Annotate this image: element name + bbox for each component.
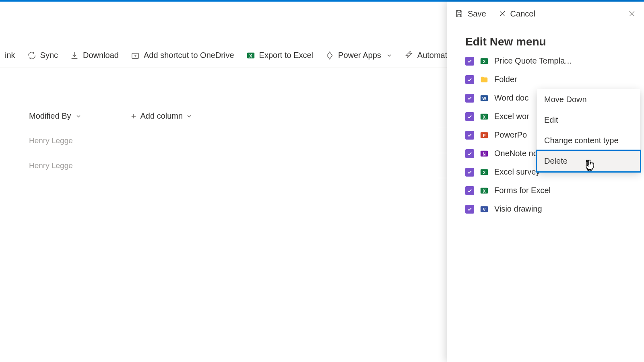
list-item[interactable]: X Price Quote Templa... bbox=[465, 56, 636, 66]
checkbox-checked[interactable] bbox=[465, 94, 474, 103]
save-button[interactable]: Save bbox=[455, 9, 486, 19]
chevron-down-icon bbox=[186, 113, 192, 119]
svg-text:X: X bbox=[483, 59, 486, 64]
add-column-button[interactable]: Add column bbox=[130, 111, 193, 121]
modified-by-label: Modified By bbox=[29, 111, 71, 121]
save-icon bbox=[455, 9, 464, 18]
svg-text:X: X bbox=[483, 115, 486, 119]
edit-new-menu-panel: Save Cancel Edit New menu X Price Quote … bbox=[447, 2, 644, 362]
modified-by-value: Henry Legge bbox=[29, 161, 73, 170]
checkbox-checked[interactable] bbox=[465, 149, 474, 158]
excel-icon: X bbox=[480, 168, 489, 177]
list-item[interactable]: V Visio drawing bbox=[465, 204, 636, 214]
download-icon bbox=[70, 51, 79, 60]
powerpoint-icon: P bbox=[480, 131, 489, 140]
download-button[interactable]: Download bbox=[70, 51, 119, 60]
modified-by-column[interactable]: Modified By bbox=[29, 111, 82, 121]
close-icon bbox=[498, 10, 506, 18]
add-shortcut-button[interactable]: Add shortcut to OneDrive bbox=[131, 51, 234, 60]
svg-text:W: W bbox=[482, 96, 486, 101]
power-apps-button[interactable]: Power Apps bbox=[325, 51, 392, 60]
checkbox-checked[interactable] bbox=[465, 57, 474, 66]
svg-text:X: X bbox=[249, 53, 252, 58]
item-label: Folder bbox=[494, 75, 517, 84]
item-label: Excel wor bbox=[494, 112, 529, 121]
chevron-down-icon bbox=[75, 113, 82, 119]
excel-icon: X bbox=[480, 112, 489, 121]
item-label: Word doc bbox=[494, 93, 528, 103]
checkbox-checked[interactable] bbox=[465, 186, 474, 195]
modified-by-value: Henry Legge bbox=[29, 136, 73, 145]
power-apps-icon bbox=[325, 51, 334, 60]
item-label: Visio drawing bbox=[494, 204, 542, 214]
list-item[interactable]: Folder bbox=[465, 75, 636, 84]
svg-text:N: N bbox=[483, 152, 485, 156]
add-shortcut-label: Add shortcut to OneDrive bbox=[144, 51, 234, 60]
sync-icon bbox=[27, 51, 36, 60]
download-label: Download bbox=[83, 51, 119, 60]
sync-label: Sync bbox=[40, 51, 58, 60]
svg-text:X: X bbox=[483, 189, 486, 193]
export-excel-button[interactable]: X Export to Excel bbox=[246, 51, 314, 60]
svg-text:P: P bbox=[483, 133, 486, 138]
chevron-down-icon bbox=[386, 52, 392, 59]
checkbox-checked[interactable] bbox=[465, 205, 474, 214]
panel-header: Save Cancel bbox=[447, 2, 644, 26]
svg-text:X: X bbox=[483, 170, 486, 175]
link-label: ink bbox=[5, 51, 15, 60]
plus-icon bbox=[130, 113, 137, 120]
item-label: Price Quote Templa... bbox=[494, 56, 572, 66]
onenote-icon: N bbox=[480, 149, 489, 158]
cancel-button[interactable]: Cancel bbox=[498, 9, 535, 19]
add-column-label: Add column bbox=[140, 111, 183, 121]
word-icon: W bbox=[480, 94, 489, 103]
excel-icon: X bbox=[480, 57, 489, 66]
checkbox-checked[interactable] bbox=[465, 131, 474, 140]
context-edit[interactable]: Edit bbox=[537, 110, 640, 130]
item-label: Forms for Excel bbox=[494, 186, 551, 195]
link-button[interactable]: ink bbox=[5, 51, 15, 60]
item-label: PowerPo bbox=[494, 130, 527, 140]
panel-title: Edit New menu bbox=[447, 26, 644, 56]
folder-icon bbox=[480, 75, 489, 84]
checkbox-checked[interactable] bbox=[465, 112, 474, 121]
panel-close-button[interactable] bbox=[628, 10, 636, 18]
context-delete[interactable]: Delete bbox=[537, 151, 640, 171]
context-move-down[interactable]: Move Down bbox=[537, 89, 640, 110]
excel-icon: X bbox=[480, 186, 489, 195]
list-item[interactable]: X Forms for Excel bbox=[465, 186, 636, 195]
context-menu: Move Down Edit Change content type Delet… bbox=[537, 89, 640, 171]
checkbox-checked[interactable] bbox=[465, 75, 474, 84]
export-label: Export to Excel bbox=[259, 51, 314, 60]
automate-icon bbox=[405, 51, 413, 60]
context-change-type[interactable]: Change content type bbox=[537, 130, 640, 151]
onedrive-shortcut-icon bbox=[131, 51, 140, 60]
power-apps-label: Power Apps bbox=[338, 51, 381, 60]
svg-text:V: V bbox=[483, 207, 486, 212]
save-label: Save bbox=[468, 9, 486, 19]
cancel-label: Cancel bbox=[510, 9, 535, 19]
item-label: Excel survey bbox=[494, 167, 540, 177]
visio-icon: V bbox=[480, 205, 489, 214]
checkbox-checked[interactable] bbox=[465, 168, 474, 177]
excel-icon: X bbox=[246, 51, 255, 60]
sync-button[interactable]: Sync bbox=[27, 51, 58, 60]
